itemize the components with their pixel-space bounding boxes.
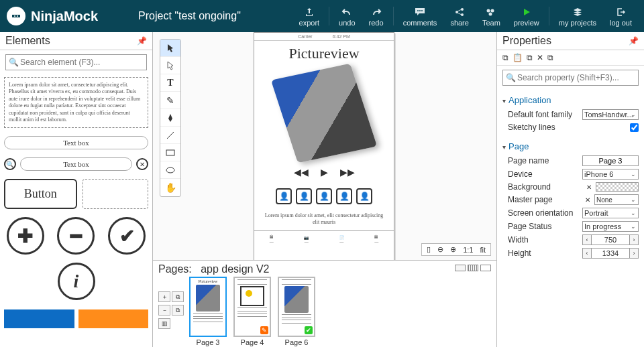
zoom-out-icon[interactable]: ⊖ [435,245,445,254]
tool-pencil[interactable]: ✎ [160,92,180,109]
minus-icon-element[interactable]: ━ [57,217,95,255]
blue-swatch-element[interactable] [4,309,74,328]
properties-search[interactable]: 🔍 [502,70,639,86]
del-page-button[interactable]: － [158,305,170,316]
dec-icon[interactable]: ‹ [582,248,592,259]
tool-line[interactable] [160,127,180,144]
avatar-icon[interactable]: 👤 [296,188,312,204]
pages-view-single[interactable] [480,265,491,271]
tab-icon[interactable]: 📷— [304,235,309,245]
comments-button[interactable]: comments [398,3,443,29]
team-button[interactable]: Team [477,3,506,29]
lorem-element[interactable]: Lorem ipsum dolor sit amet, consectetur … [4,77,148,128]
check-icon-element[interactable]: ✔ [108,217,146,255]
plus-icon-element[interactable]: ✚ [7,217,44,255]
tool-rect[interactable] [160,144,180,161]
thumb-label: Page 6 [285,338,309,346]
section-application[interactable]: Application [502,92,639,108]
tool-text[interactable]: T [160,74,180,92]
redo-button[interactable]: redo [364,3,389,29]
forward-icon[interactable]: ▶▶ [340,167,355,178]
textbox-element[interactable]: Text box [4,136,148,149]
pin-icon[interactable]: 📌 [629,36,639,46]
elements-search-input[interactable] [19,56,144,68]
prop-label: Device [508,169,578,179]
background-swatch[interactable] [596,182,639,192]
page-opt2-button[interactable]: ▥ [158,318,170,329]
pages-view-list[interactable] [455,265,466,271]
info-icon-element[interactable]: i [58,263,95,300]
clear-master-icon[interactable]: ✕ [585,196,590,204]
width-value[interactable]: 750 [592,234,629,245]
avatar-icon[interactable]: 👤 [356,188,372,204]
add-page-button[interactable]: ＋ [158,291,170,302]
copy3-icon[interactable]: ⧉ [547,53,553,62]
page-thumb[interactable]: ✔ Page 6 [278,275,315,346]
copy2-icon[interactable]: ⧉ [527,53,533,62]
width-stepper[interactable]: ‹ 750 › [582,234,639,245]
default-font-select[interactable]: TomsHandwr... [582,109,639,120]
orientation-select[interactable]: Portrait [582,208,639,218]
preview-button[interactable]: preview [508,3,545,29]
page-status-select[interactable]: In progress [582,221,639,232]
sketchy-checkbox[interactable] [630,123,639,132]
logout-button[interactable]: log out [604,3,637,29]
properties-search-input[interactable] [516,72,635,84]
textbox-element-search[interactable]: Text box [20,157,132,171]
pages-collection-name: app design V2 [201,263,269,275]
undo-button[interactable]: undo [333,3,360,29]
play-icon[interactable]: ▶ [321,167,328,178]
tool-pointer-alt[interactable] [160,57,180,74]
prop-label: Screen orientation [508,208,578,218]
height-value[interactable]: 1334 [592,248,629,259]
section-page[interactable]: Page [502,139,639,154]
share-button[interactable]: share [445,3,474,29]
inc-icon[interactable]: › [629,248,639,259]
svg-point-2 [417,10,419,11]
tool-hand[interactable]: ✋ [160,179,180,196]
master-select[interactable]: None [594,194,639,205]
dup-page-button[interactable]: ⧉ [172,291,184,302]
tab-icon[interactable]: 📄— [339,235,344,245]
paste-icon[interactable]: 📋 [513,53,523,62]
orange-swatch-element[interactable] [78,309,149,328]
device-frame-icon[interactable]: ▯ [425,245,433,254]
phone-mockup[interactable]: Carrier 6:42 PM Pictureview ◀◀ ▶ ▶▶ 👤 👤 … [254,32,394,260]
tool-ellipse[interactable] [160,161,180,179]
pages-view-grid[interactable] [468,265,478,271]
page-thumb[interactable]: Pictureview Page 3 [189,275,227,346]
placeholder-element[interactable] [83,179,149,209]
avatar-icon[interactable]: 👤 [336,188,352,204]
canvas-area[interactable]: T ✎ ✋ Carrier 6:42 PM Pictureview ◀◀ ▶ ▶ [153,32,496,260]
page-opt-button[interactable]: ⧉ [172,305,184,316]
tab-icon[interactable]: 🏛— [374,235,378,245]
avatar-icon[interactable]: 👤 [276,188,292,204]
button-element[interactable]: Button [4,179,77,209]
pages-label: Pages: [158,263,192,275]
inc-icon[interactable]: › [629,234,639,245]
my-projects-button[interactable]: my projects [553,3,602,29]
clear-circle-icon[interactable]: ✕ [136,158,148,170]
height-stepper[interactable]: ‹ 1334 › [582,248,639,259]
page-thumb[interactable]: ✎ Page 4 [233,275,271,346]
close-icon[interactable]: ✕ [537,53,543,62]
page-name-input[interactable] [582,155,639,166]
zoom-in-icon[interactable]: ⊕ [448,245,458,254]
elements-search[interactable]: 🔍 [5,54,147,70]
tool-pen[interactable] [160,109,180,127]
device-select[interactable]: iPhone 6 [582,169,639,180]
avatar-icon[interactable]: 👤 [316,188,332,204]
zoom-ratio[interactable]: 1:1 [461,246,475,254]
app-name: NinjaMock [31,9,98,24]
dec-icon[interactable]: ‹ [582,234,592,245]
export-button[interactable]: export [294,3,325,29]
copy-icon[interactable]: ⧉ [502,53,508,62]
search-circle-icon[interactable]: 🔍 [4,158,16,170]
tab-icon[interactable]: 🏛— [270,235,274,245]
zoom-fit[interactable]: fit [478,246,488,254]
mockup-title: Pictureview [254,41,394,66]
pin-icon[interactable]: 📌 [137,36,147,46]
clear-bg-icon[interactable]: ✕ [586,184,592,191]
tool-pointer[interactable] [160,40,180,57]
rewind-icon[interactable]: ◀◀ [294,167,309,178]
